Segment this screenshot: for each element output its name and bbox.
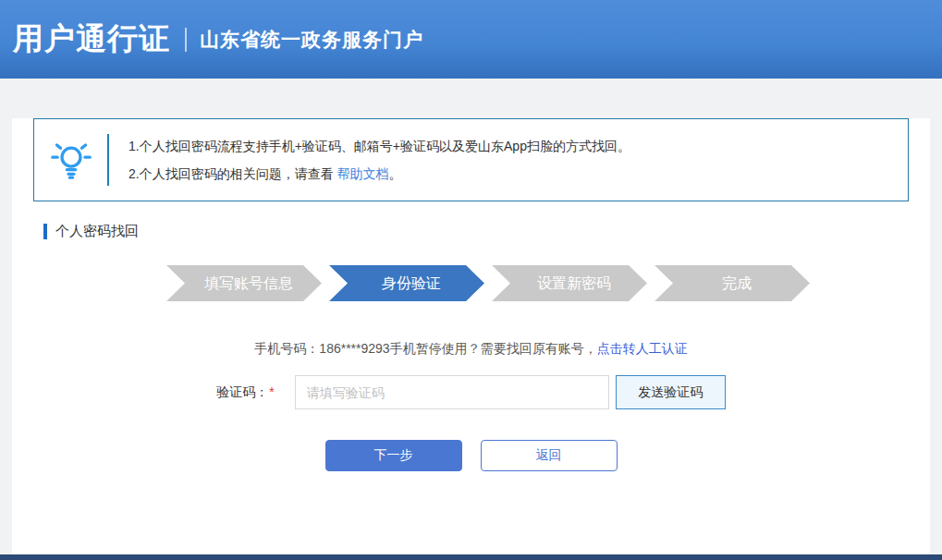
step-indicator: 填写账号信息 身份验证 设置新密码 完成 — [166, 265, 930, 301]
page-gap — [0, 79, 942, 97]
main-content: 1.个人找回密码流程支持手机+验证码、邮箱号+验证码以及爱山东App扫脸的方式找… — [12, 118, 930, 560]
help-doc-link[interactable]: 帮助文档 — [337, 166, 389, 181]
action-buttons: 下一步 返回 — [12, 440, 930, 471]
brand-divider — [185, 28, 187, 52]
manual-auth-link[interactable]: 点击转人工认证 — [597, 341, 688, 356]
notice-line-2-period: 。 — [389, 166, 402, 181]
captcha-label: 验证码：* — [216, 384, 274, 401]
step-fill-account-info: 填写账号信息 — [166, 265, 322, 301]
brand: 用户通行证 山东省统一政务服务门户 — [13, 18, 423, 60]
back-button[interactable]: 返回 — [481, 440, 618, 471]
footer-bar — [0, 554, 942, 560]
required-asterisk: * — [269, 384, 274, 399]
step-identity-verification: 身份验证 — [329, 265, 484, 301]
step-set-new-password: 设置新密码 — [492, 265, 647, 301]
header: 用户通行证 山东省统一政务服务门户 — [0, 0, 942, 79]
portal-title: 山东省统一政务服务门户 — [200, 27, 423, 53]
section-title: 个人密码找回 — [43, 223, 930, 240]
section-accent-bar — [43, 224, 47, 239]
captcha-label-text: 验证码： — [216, 384, 268, 399]
notice-line-2: 2.个人找回密码的相关问题，请查看 帮助文档。 — [128, 160, 630, 188]
notice-line-2-text: 2.个人找回密码的相关问题，请查看 — [128, 166, 337, 181]
phone-notice-text: 手机号码：186****9293手机暂停使用？需要找回原有账号， — [254, 341, 596, 356]
next-step-button[interactable]: 下一步 — [325, 440, 462, 471]
lightbulb-icon — [34, 139, 107, 181]
send-code-button[interactable]: 发送验证码 — [616, 375, 726, 409]
captcha-input[interactable] — [295, 375, 609, 409]
notice-line-1: 1.个人找回密码流程支持手机+验证码、邮箱号+验证码以及爱山东App扫脸的方式找… — [128, 132, 630, 160]
brand-title: 用户通行证 — [13, 18, 170, 60]
notice-text: 1.个人找回密码流程支持手机+验证码、邮箱号+验证码以及爱山东App扫脸的方式找… — [109, 132, 630, 188]
captcha-form-row: 验证码：* 发送验证码 — [12, 375, 930, 409]
section-title-label: 个人密码找回 — [55, 223, 139, 240]
step-complete: 完成 — [655, 265, 810, 301]
phone-notice: 手机号码：186****9293手机暂停使用？需要找回原有账号，点击转人工认证 — [12, 341, 930, 358]
notice-box: 1.个人找回密码流程支持手机+验证码、邮箱号+验证码以及爱山东App扫脸的方式找… — [33, 118, 909, 201]
